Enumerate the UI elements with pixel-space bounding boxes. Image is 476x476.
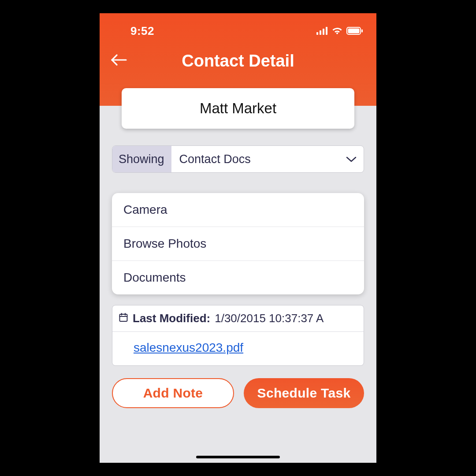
menu-item-documents[interactable]: Documents	[112, 260, 364, 294]
status-bar: 9:52	[100, 13, 376, 39]
button-label: Schedule Task	[257, 386, 351, 401]
last-modified-value: 1/30/2015 10:37:37 A	[215, 312, 324, 325]
contact-name-card: Matt Market	[122, 88, 354, 129]
svg-rect-2	[323, 29, 324, 35]
cellular-icon	[316, 27, 328, 35]
filter-value: Contact Docs	[171, 146, 339, 172]
svg-rect-3	[326, 27, 327, 35]
menu-item-camera[interactable]: Camera	[112, 193, 364, 227]
page-title: Contact Detail	[100, 52, 376, 71]
menu-item-browse-photos[interactable]: Browse Photos	[112, 227, 364, 260]
back-button[interactable]	[109, 51, 129, 71]
menu-item-label: Browse Photos	[123, 237, 206, 250]
arrow-left-icon	[110, 54, 128, 68]
phone-frame: 9:52 Contact Detail Matt	[100, 13, 376, 463]
menu-item-label: Camera	[123, 203, 167, 216]
home-indicator[interactable]	[196, 456, 280, 458]
filter-select[interactable]: Showing Contact Docs	[112, 145, 364, 173]
action-row: Add Note Schedule Task	[112, 378, 364, 408]
contact-name: Matt Market	[200, 100, 276, 117]
document-card: Last Modified: 1/30/2015 10:37:37 A sale…	[112, 305, 364, 366]
svg-rect-8	[120, 314, 127, 321]
chevron-down-icon	[339, 146, 364, 172]
battery-icon	[346, 27, 363, 35]
add-note-button[interactable]: Add Note	[112, 378, 234, 408]
svg-rect-6	[361, 30, 363, 33]
filter-label: Showing	[112, 146, 171, 172]
document-meta: Last Modified: 1/30/2015 10:37:37 A	[112, 305, 364, 332]
svg-rect-0	[316, 32, 318, 35]
svg-rect-1	[320, 30, 321, 35]
content: Showing Contact Docs Camera Browse Photo…	[100, 106, 376, 408]
document-body: salesnexus2023.pdf	[112, 332, 364, 365]
calendar-icon	[119, 312, 128, 325]
status-time: 9:52	[130, 24, 154, 38]
attachment-source-menu: Camera Browse Photos Documents	[112, 193, 364, 294]
svg-rect-5	[348, 29, 360, 33]
menu-item-label: Documents	[123, 271, 186, 284]
nav-row: Contact Detail	[100, 51, 376, 71]
wifi-icon	[331, 27, 343, 35]
button-label: Add Note	[143, 386, 203, 401]
last-modified-label: Last Modified:	[133, 312, 210, 325]
document-link[interactable]: salesnexus2023.pdf	[134, 341, 243, 354]
schedule-task-button[interactable]: Schedule Task	[244, 378, 364, 408]
status-icons	[316, 27, 363, 35]
